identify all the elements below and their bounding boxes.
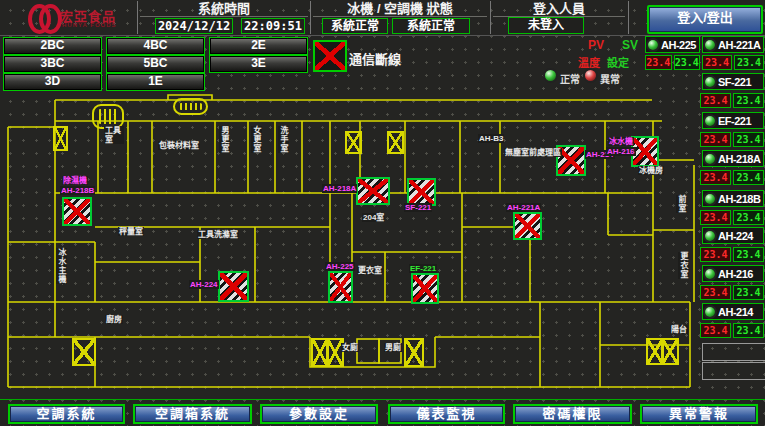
sv-value: 23.4 — [733, 285, 764, 300]
stair-icon-3 — [72, 338, 96, 366]
sv-value: 23.4 — [733, 247, 764, 262]
pv-value: 23.4 — [700, 132, 731, 147]
unit-values-ah-224: 23.4 23.4 — [700, 247, 764, 262]
plan-unit-icon-AH-225[interactable] — [328, 271, 353, 303]
divider — [628, 1, 629, 34]
divider — [490, 1, 491, 34]
sv-value: 23.4 — [733, 132, 764, 147]
brand-subtitle: HUNYA FOODS — [62, 22, 117, 28]
plan-label-男廁: 男廁 — [384, 343, 402, 352]
pv-value: 23.4 — [700, 285, 731, 300]
footer-button-alarm[interactable]: 異常警報 — [640, 404, 758, 424]
plan-unit-icon-AH-218A[interactable] — [356, 177, 390, 205]
footer-button-ahu-system[interactable]: 空調箱系統 — [133, 404, 252, 424]
unit-row-ah-214[interactable]: AH-214 — [702, 303, 764, 320]
footer-button-parameters[interactable]: 參數設定 — [260, 404, 378, 424]
plan-label-冰水主機: 冰水主機 — [56, 248, 67, 284]
floor-button-4bc[interactable]: 4BC — [106, 37, 205, 55]
chiller-status-value: 系統正常 — [322, 18, 388, 34]
stair-icon-7 — [646, 338, 664, 365]
plan-label-廚房: 廚房 — [105, 315, 123, 324]
divider — [310, 1, 311, 34]
unit-name: AH-214 — [718, 306, 753, 318]
unit-name: EF-221 — [718, 115, 751, 127]
plan-label-工具室: 工具室 — [104, 126, 124, 144]
plan-label-AH-218B: AH-218B — [60, 186, 95, 195]
unit-lamp-icon — [705, 194, 715, 204]
plan-label-除濕機: 除濕機 — [62, 176, 88, 185]
plan-unit-icon-AH-221A[interactable] — [513, 212, 542, 240]
footer-button-ac-system[interactable]: 空調系統 — [8, 404, 125, 424]
unit-name: AH-225 — [661, 39, 696, 51]
sv-value: 23.4 — [734, 55, 764, 70]
footer-button-instruments[interactable]: 儀表監視 — [388, 404, 505, 424]
plan-label-EF-221: EF-221 — [409, 264, 437, 273]
plan-unit-icon-AH-224[interactable] — [218, 271, 249, 302]
hmi-screen: 工具室包裝材料室男更室女更室洗手室AH-B3無塵室前處理區秤量室工具洗滌室204… — [0, 0, 765, 426]
login-logout-button[interactable]: 登入/登出 — [647, 5, 763, 34]
unit-row-ah-216[interactable]: AH-216 — [702, 265, 764, 282]
plan-unit-icon-EF-221[interactable] — [411, 273, 439, 304]
unit-values-ef-221: 23.4 23.4 — [700, 132, 764, 147]
pv-value: 23.4 — [645, 55, 672, 70]
unit-name: AH-218B — [718, 193, 760, 205]
floor-button-1e[interactable]: 1E — [106, 73, 205, 91]
floor-button-2bc[interactable]: 2BC — [3, 37, 102, 55]
divider — [137, 1, 138, 34]
unit-name: AH-218A — [718, 153, 760, 165]
pv-value: 23.4 — [700, 247, 731, 262]
plan-label-女廁: 女廁 — [341, 343, 359, 352]
plan-label-204室: 204室 — [362, 213, 385, 222]
unit-name: SF-221 — [718, 76, 751, 88]
plan-label-包裝材料室: 包裝材料室 — [158, 141, 200, 150]
plan-unit-icon-AH-218B[interactable] — [62, 197, 92, 226]
unit-lamp-icon — [705, 154, 715, 164]
unit-row-ah-224[interactable]: AH-224 — [702, 227, 764, 244]
floor-button-3e[interactable]: 3E — [209, 55, 308, 73]
login-person-label: 登入人員 — [493, 1, 625, 17]
empty-unit-slot — [702, 343, 765, 361]
unit-values-ah-225: 23.4 23.4 — [645, 55, 700, 70]
unit-name: AH-224 — [718, 230, 753, 242]
stair-icon-6 — [404, 338, 424, 367]
system-date-value: 2024/12/12 — [155, 18, 233, 34]
unit-row-ah-218a[interactable]: AH-218A — [702, 150, 764, 167]
unit-row-ah-218b[interactable]: AH-218B — [702, 190, 764, 207]
floor-button-5bc[interactable]: 5BC — [106, 55, 205, 73]
plan-label-AH-216: AH-216 — [606, 147, 636, 156]
system-time-label: 系統時間 — [140, 1, 308, 17]
floor-button-3bc[interactable]: 3BC — [3, 55, 102, 73]
header-bar: 宏亞食品 HUNYA FOODS 系統時間 2024/12/12 22:09:5… — [0, 0, 765, 36]
unit-values-ah-221a: 23.4 23.4 — [702, 55, 764, 70]
plan-label-秤量室: 秤量室 — [118, 227, 144, 236]
ahu-status-value: 系統正常 — [392, 18, 470, 34]
plan-label-SF-221: SF-221 — [404, 203, 432, 212]
unit-row-ah-225[interactable]: AH-225 — [645, 36, 700, 53]
abnormal-legend-label: 異常 — [600, 71, 620, 86]
plan-label-AH-221A: AH-221A — [506, 203, 541, 212]
plan-label-AH-225: AH-225 — [325, 262, 355, 271]
unit-row-ah-221a[interactable]: AH-221A — [702, 36, 764, 53]
machine-status-label: 冰機 / 空調機 狀態 — [313, 1, 487, 17]
stair-icon-2 — [387, 131, 404, 154]
stair-icon-4 — [311, 338, 329, 367]
unit-values-ah-216: 23.4 23.4 — [700, 285, 764, 300]
plan-label-前室: 前室 — [676, 195, 687, 213]
unit-row-sf-221[interactable]: SF-221 — [702, 73, 764, 90]
unit-lamp-icon — [648, 40, 658, 50]
sv-value: 23.4 — [674, 55, 701, 70]
sv-value: 23.4 — [733, 210, 764, 225]
lift-icon-1 — [173, 98, 208, 115]
floor-button-2e[interactable]: 2E — [209, 37, 308, 55]
footer-button-password[interactable]: 密碼權限 — [513, 404, 632, 424]
unit-row-ef-221[interactable]: EF-221 — [702, 112, 764, 129]
plan-label-冰水機: 冰水機 — [608, 137, 634, 146]
sv-value: 23.4 — [733, 170, 764, 185]
plan-label-冰機房: 冰機房 — [638, 166, 664, 175]
unit-lamp-icon — [705, 116, 715, 126]
floor-button-3d[interactable]: 3D — [3, 73, 102, 91]
unit-lamp-icon — [705, 231, 715, 241]
sv-desc-label: 設定 — [607, 54, 629, 70]
sv-value: 23.4 — [733, 93, 764, 108]
plan-unit-icon-SF-221[interactable] — [407, 178, 436, 206]
